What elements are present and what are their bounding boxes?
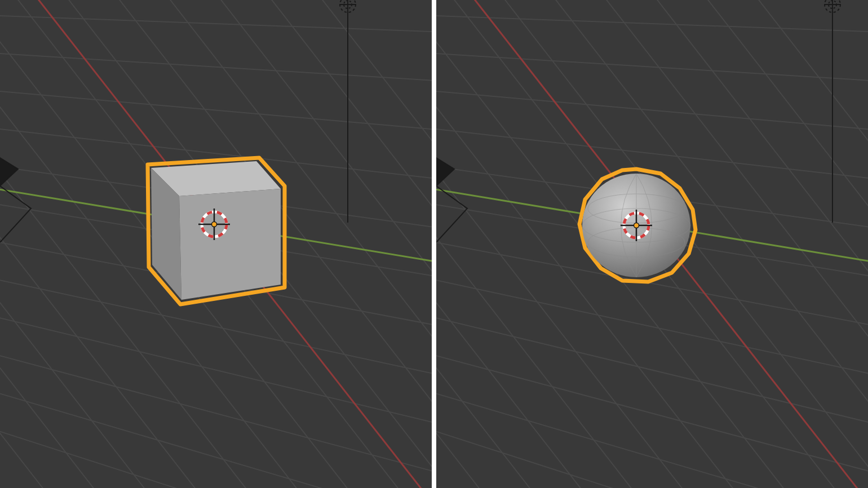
svg-marker-35 [179, 189, 281, 300]
svg-line-4 [0, 51, 432, 82]
svg-line-52 [436, 380, 868, 488]
pane-divider [432, 0, 436, 488]
svg-line-49 [436, 270, 868, 380]
light-gizmo [339, 0, 356, 223]
split-container [0, 0, 868, 488]
svg-line-66 [436, 0, 588, 488]
svg-line-67 [436, 0, 538, 488]
viewport-left[interactable] [0, 0, 432, 488]
svg-marker-27 [0, 158, 18, 186]
svg-line-51 [436, 344, 868, 479]
svg-line-12 [0, 417, 432, 488]
svg-marker-68 [436, 158, 454, 186]
svg-point-83 [634, 223, 639, 228]
svg-line-26 [0, 0, 101, 488]
viewport-right[interactable] [436, 0, 868, 488]
svg-line-10 [0, 344, 432, 479]
svg-point-40 [212, 222, 217, 227]
light-gizmo [824, 0, 841, 223]
svg-line-45 [436, 51, 868, 82]
svg-line-50 [436, 307, 868, 429]
viewport-left-svg [0, 0, 432, 488]
viewport-right-svg [436, 0, 868, 488]
svg-line-5 [0, 14, 432, 33]
cube-object[interactable] [148, 158, 285, 304]
svg-line-46 [436, 14, 868, 33]
svg-line-11 [0, 380, 432, 488]
svg-line-25 [0, 0, 152, 488]
svg-line-9 [0, 307, 432, 429]
svg-line-53 [436, 417, 868, 488]
